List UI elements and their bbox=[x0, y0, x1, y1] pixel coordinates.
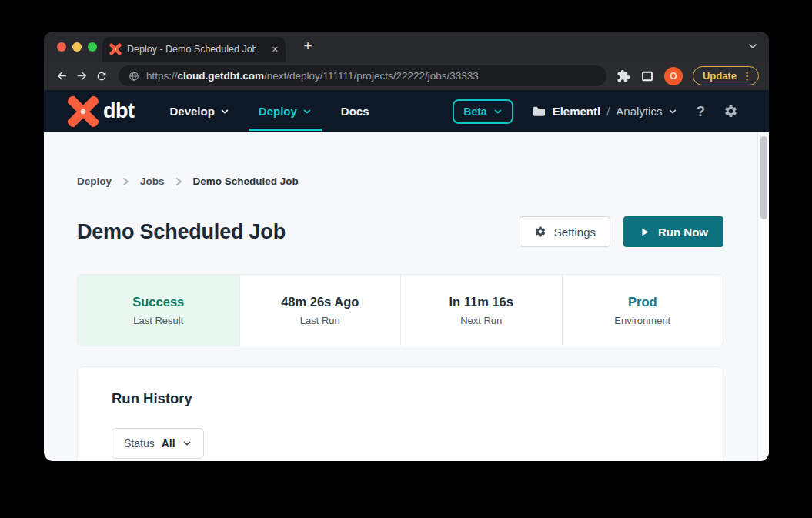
url-text: https://cloud.getdbt.com/next/deploy/111… bbox=[146, 70, 479, 82]
breadcrumb-jobs[interactable]: Jobs bbox=[140, 175, 165, 187]
stat-next-run: In 11m 16s Next Run bbox=[400, 275, 562, 346]
stat-last-run: 48m 26s Ago Last Run bbox=[239, 275, 401, 346]
window-controls bbox=[57, 42, 97, 52]
nav-item-deploy[interactable]: Deploy bbox=[259, 105, 312, 118]
back-button[interactable] bbox=[52, 66, 72, 86]
run-history-title: Run History bbox=[112, 390, 689, 407]
browser-tab[interactable]: Deploy - Demo Scheduled Job ✕ bbox=[102, 37, 286, 62]
stat-label: Last Run bbox=[300, 315, 340, 326]
chevron-right-icon bbox=[175, 177, 182, 186]
breadcrumb-deploy[interactable]: Deploy bbox=[77, 175, 112, 187]
help-button[interactable]: ? bbox=[696, 103, 705, 120]
stat-value: Prod bbox=[628, 295, 657, 309]
breadcrumb-current: Demo Scheduled Job bbox=[193, 175, 299, 187]
new-tab-button[interactable]: + bbox=[296, 35, 319, 58]
minimize-window-button[interactable] bbox=[72, 42, 82, 52]
chevron-right-icon bbox=[122, 177, 129, 186]
globe-icon bbox=[129, 71, 139, 82]
play-icon bbox=[639, 226, 650, 238]
dbt-logo-icon bbox=[67, 95, 99, 128]
chevron-down-icon bbox=[493, 107, 503, 116]
stat-environment: Prod Environment bbox=[562, 275, 723, 346]
scrollbar-thumb[interactable] bbox=[760, 136, 767, 219]
page-actions: Settings Run Now bbox=[520, 216, 723, 247]
gear-icon bbox=[534, 226, 546, 238]
extensions-puzzle-icon[interactable] bbox=[617, 69, 630, 83]
stat-label: Last Result bbox=[133, 315, 183, 326]
profile-avatar[interactable]: O bbox=[664, 67, 683, 85]
run-history-card: Run History Status All bbox=[77, 366, 723, 461]
chevron-down-icon bbox=[668, 107, 677, 116]
reload-button[interactable] bbox=[92, 66, 112, 86]
settings-button[interactable]: Settings bbox=[520, 216, 610, 247]
nav-item-docs[interactable]: Docs bbox=[341, 105, 369, 118]
browser-toolbar: https://cloud.getdbt.com/next/deploy/111… bbox=[44, 62, 769, 90]
tab-title: Deploy - Demo Scheduled Job bbox=[127, 44, 256, 55]
page-content: Deploy Jobs Demo Scheduled Job Demo Sche… bbox=[44, 132, 769, 461]
status-filter-dropdown[interactable]: Status All bbox=[112, 428, 204, 459]
chevron-down-icon bbox=[302, 107, 312, 116]
beta-dropdown[interactable]: Beta bbox=[453, 99, 513, 124]
scrollbar-track[interactable] bbox=[757, 132, 769, 461]
stat-value: 48m 26s Ago bbox=[281, 295, 359, 309]
url-address-bar[interactable]: https://cloud.getdbt.com/next/deploy/111… bbox=[119, 65, 606, 86]
chevron-down-icon bbox=[182, 439, 192, 448]
dbt-navbar: dbt Develop Deploy Docs Beta bbox=[44, 90, 769, 132]
nav-menu: Develop Deploy Docs bbox=[169, 105, 369, 118]
stat-label: Next Run bbox=[460, 315, 502, 326]
dbt-wordmark: dbt bbox=[103, 99, 134, 123]
stat-last-result: Success Last Result bbox=[78, 275, 239, 346]
nav-right-cluster: Beta Elementl / Analytics ? bbox=[453, 99, 738, 124]
side-panel-icon[interactable] bbox=[640, 69, 654, 83]
stat-value: Success bbox=[132, 295, 184, 309]
toolbar-right-cluster: O Update ⋮ bbox=[617, 66, 759, 85]
dbt-favicon-icon bbox=[109, 43, 122, 55]
project-switcher[interactable]: Elementl / Analytics bbox=[532, 105, 678, 118]
settings-gear-icon[interactable] bbox=[723, 104, 738, 119]
run-now-button[interactable]: Run Now bbox=[623, 216, 723, 247]
nav-item-develop[interactable]: Develop bbox=[169, 105, 229, 118]
stat-value: In 11m 16s bbox=[449, 295, 513, 309]
stat-label: Environment bbox=[614, 315, 670, 326]
tab-close-icon[interactable]: ✕ bbox=[272, 45, 279, 55]
folder-icon bbox=[532, 105, 546, 118]
page-title: Demo Scheduled Job bbox=[77, 220, 286, 244]
browser-window: Deploy - Demo Scheduled Job ✕ + bbox=[44, 32, 769, 461]
tab-strip-chevron-down-icon[interactable] bbox=[747, 41, 758, 52]
zoom-window-button[interactable] bbox=[88, 42, 97, 52]
chevron-down-icon bbox=[220, 107, 229, 116]
close-window-button[interactable] bbox=[57, 42, 66, 52]
screenshot-stage: Deploy - Demo Scheduled Job ✕ + bbox=[0, 0, 812, 518]
forward-button[interactable] bbox=[72, 66, 92, 86]
browser-update-button[interactable]: Update ⋮ bbox=[693, 66, 759, 85]
job-stats-row: Success Last Result 48m 26s Ago Last Run… bbox=[77, 274, 723, 346]
dbt-brand[interactable]: dbt bbox=[67, 95, 134, 128]
kebab-menu-icon[interactable]: ⋮ bbox=[742, 70, 752, 82]
breadcrumb: Deploy Jobs Demo Scheduled Job bbox=[77, 175, 723, 187]
browser-tab-strip: Deploy - Demo Scheduled Job ✕ + bbox=[44, 32, 769, 62]
